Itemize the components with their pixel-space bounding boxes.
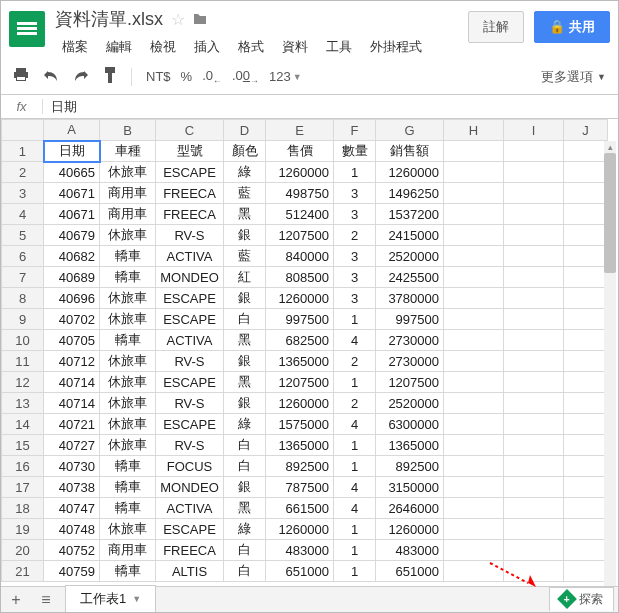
cell[interactable] [444, 540, 504, 561]
column-header[interactable]: C [156, 120, 224, 141]
cell[interactable]: 40730 [44, 456, 100, 477]
cell[interactable] [504, 414, 564, 435]
row-header[interactable]: 20 [2, 540, 44, 561]
cell[interactable]: 黑 [224, 204, 266, 225]
cell[interactable] [504, 309, 564, 330]
cell[interactable]: 4 [334, 498, 376, 519]
cell[interactable] [444, 204, 504, 225]
column-header[interactable]: F [334, 120, 376, 141]
cell[interactable]: 轎車 [100, 477, 156, 498]
cell[interactable] [444, 141, 504, 162]
cell[interactable]: 483000 [266, 540, 334, 561]
cell[interactable]: 1 [334, 435, 376, 456]
row-header[interactable]: 6 [2, 246, 44, 267]
cell[interactable] [564, 519, 608, 540]
cell[interactable]: ESCAPE [156, 288, 224, 309]
column-header[interactable]: E [266, 120, 334, 141]
scroll-up-arrow[interactable]: ▴ [604, 141, 616, 153]
cell[interactable]: 498750 [266, 183, 334, 204]
cell[interactable]: 40702 [44, 309, 100, 330]
cell[interactable]: 1 [334, 561, 376, 582]
column-header[interactable]: B [100, 120, 156, 141]
cell[interactable] [444, 351, 504, 372]
redo-icon[interactable] [73, 68, 89, 85]
cell[interactable] [444, 267, 504, 288]
cell[interactable]: 40759 [44, 561, 100, 582]
cell[interactable]: 4 [334, 414, 376, 435]
row-header[interactable]: 2 [2, 162, 44, 183]
cell[interactable]: 顏色 [224, 141, 266, 162]
column-header[interactable]: J [564, 120, 608, 141]
cell[interactable] [504, 372, 564, 393]
cell[interactable]: 892500 [266, 456, 334, 477]
cell[interactable]: 4 [334, 477, 376, 498]
select-all-corner[interactable] [2, 120, 44, 141]
cell[interactable] [564, 183, 608, 204]
cell[interactable]: ACTIVA [156, 330, 224, 351]
cell[interactable] [504, 351, 564, 372]
cell[interactable]: ACTIVA [156, 498, 224, 519]
cell[interactable]: 2 [334, 225, 376, 246]
percent-format[interactable]: % [181, 69, 193, 84]
cell[interactable] [504, 561, 564, 582]
cell[interactable] [444, 456, 504, 477]
cell[interactable]: 1496250 [376, 183, 444, 204]
cell[interactable]: 休旅車 [100, 372, 156, 393]
cell[interactable]: 轎車 [100, 267, 156, 288]
cell[interactable]: 商用車 [100, 540, 156, 561]
cell[interactable] [564, 477, 608, 498]
cell[interactable] [564, 288, 608, 309]
row-header[interactable]: 7 [2, 267, 44, 288]
cell[interactable]: 1 [334, 372, 376, 393]
row-header[interactable]: 4 [2, 204, 44, 225]
comment-button[interactable]: 註解 [468, 11, 524, 43]
cell[interactable]: 白 [224, 309, 266, 330]
cell[interactable] [444, 561, 504, 582]
cell[interactable] [444, 498, 504, 519]
cell[interactable] [504, 330, 564, 351]
cell[interactable]: 售價 [266, 141, 334, 162]
cell[interactable] [564, 435, 608, 456]
menu-item[interactable]: 格式 [231, 35, 271, 59]
cell[interactable]: ALTIS [156, 561, 224, 582]
cell[interactable] [444, 372, 504, 393]
cell[interactable] [564, 267, 608, 288]
row-header[interactable]: 12 [2, 372, 44, 393]
cell[interactable] [564, 162, 608, 183]
cell[interactable]: 2425500 [376, 267, 444, 288]
add-sheet-button[interactable]: + [1, 587, 31, 613]
cell[interactable]: 2520000 [376, 246, 444, 267]
cell[interactable]: ESCAPE [156, 372, 224, 393]
cell[interactable]: 2730000 [376, 351, 444, 372]
sheets-logo[interactable] [9, 11, 45, 47]
cell[interactable]: 銀 [224, 225, 266, 246]
chevron-down-icon[interactable]: ▼ [132, 594, 141, 604]
cell[interactable]: 白 [224, 540, 266, 561]
cell[interactable] [564, 141, 608, 162]
cell[interactable] [444, 246, 504, 267]
cell[interactable] [564, 561, 608, 582]
cell[interactable] [444, 330, 504, 351]
cell[interactable] [564, 498, 608, 519]
cell[interactable]: 1260000 [266, 288, 334, 309]
column-header[interactable]: D [224, 120, 266, 141]
cell[interactable]: 651000 [376, 561, 444, 582]
decrease-decimal[interactable]: .0← [202, 68, 222, 86]
cell[interactable] [444, 477, 504, 498]
cell[interactable]: 997500 [376, 309, 444, 330]
cell[interactable]: RV-S [156, 351, 224, 372]
row-header[interactable]: 3 [2, 183, 44, 204]
cell[interactable]: 1 [334, 162, 376, 183]
row-header[interactable]: 8 [2, 288, 44, 309]
cell[interactable]: RV-S [156, 393, 224, 414]
cell[interactable]: 3150000 [376, 477, 444, 498]
cell[interactable] [504, 267, 564, 288]
dropdown-icon[interactable]: ▼ [293, 72, 302, 82]
star-icon[interactable]: ☆ [171, 10, 185, 29]
cell[interactable]: 3 [334, 204, 376, 225]
cell[interactable]: 2 [334, 393, 376, 414]
cell[interactable] [504, 519, 564, 540]
share-button[interactable]: 🔒共用 [534, 11, 610, 43]
cell[interactable]: 轎車 [100, 330, 156, 351]
cell[interactable] [564, 414, 608, 435]
